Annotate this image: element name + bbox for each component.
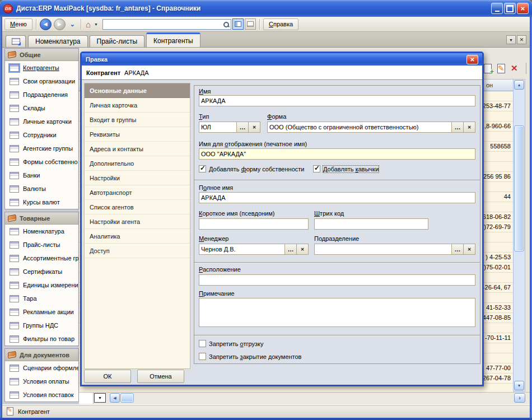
sidebar-item[interactable]: Свои организации bbox=[5, 74, 78, 88]
help-button[interactable]: Справка bbox=[263, 18, 298, 30]
sidebar-item[interactable]: Агентские группы bbox=[5, 142, 78, 155]
short-name-field[interactable] bbox=[199, 218, 309, 230]
vertical-scrollbar[interactable]: ▲ ▼ bbox=[513, 79, 525, 391]
dialog-nav-item[interactable]: Настройки агента bbox=[85, 214, 190, 229]
sidebar-section-header[interactable]: Товарные bbox=[5, 212, 78, 225]
home-dropdown-icon[interactable]: ▼ bbox=[94, 22, 98, 26]
dialog-nav-item[interactable]: Список агентов bbox=[85, 200, 190, 214]
table-icon bbox=[10, 91, 19, 99]
sidebar-item[interactable]: Курсы валют bbox=[5, 195, 78, 209]
sidebar-section-header[interactable]: Для документов bbox=[5, 349, 78, 361]
forward-button[interactable]: ▶ bbox=[54, 18, 66, 30]
dialog-nav-item[interactable]: Настройки bbox=[85, 171, 190, 185]
manager-field[interactable] bbox=[199, 244, 285, 255]
sidebar-item[interactable]: Группы НДС bbox=[5, 319, 78, 332]
checkbox-add-quotes[interactable]: Добавлять кавычки bbox=[313, 165, 379, 173]
dialog-nav-item[interactable]: Основные данные bbox=[85, 83, 190, 98]
tab-2[interactable]: Прайс-листы bbox=[90, 35, 145, 47]
scroll-up-icon[interactable]: ▲ bbox=[514, 80, 524, 90]
footer-dropdown-icon[interactable]: ▼ bbox=[94, 393, 106, 403]
sidebar-item[interactable]: Валюты bbox=[5, 182, 78, 195]
dialog-nav-item[interactable]: Адреса и контакты bbox=[85, 142, 190, 156]
tab-list-dropdown-icon[interactable]: ▼ bbox=[506, 35, 516, 44]
tab-3[interactable]: Контрагенты bbox=[146, 32, 200, 47]
sidebar-item[interactable]: Сценарии оформле bbox=[5, 361, 78, 375]
manager-clear-button[interactable]: ✕ bbox=[297, 244, 309, 255]
sidebar-item[interactable]: Подразделения bbox=[5, 88, 78, 101]
manager-lookup-button[interactable]: … bbox=[285, 244, 297, 255]
tab-1[interactable]: Номенклатура bbox=[28, 35, 88, 47]
delete-record-icon[interactable]: ✕ bbox=[511, 63, 518, 73]
sidebar-item[interactable]: Номенклатура bbox=[5, 225, 78, 238]
minimize-button[interactable] bbox=[491, 3, 503, 14]
bottom-strip: ▼ ◀ › bbox=[79, 392, 530, 403]
add-record-icon[interactable]: + bbox=[484, 64, 492, 73]
horizontal-scrollbar-thumb[interactable] bbox=[120, 393, 134, 403]
type-clear-button[interactable]: ✕ bbox=[249, 122, 260, 133]
form-field[interactable] bbox=[267, 122, 452, 133]
full-name-field[interactable] bbox=[199, 192, 475, 203]
view-simple-button[interactable] bbox=[245, 18, 256, 30]
ok-button[interactable]: ОК bbox=[84, 370, 131, 383]
dialog-nav-item[interactable]: Реквизиты bbox=[85, 127, 190, 142]
department-clear-button[interactable]: ✕ bbox=[464, 244, 475, 255]
search-icon[interactable] bbox=[223, 21, 230, 28]
sidebar-item[interactable]: Рекламные акции bbox=[5, 305, 78, 319]
dialog-nav-item[interactable]: Доступ bbox=[85, 244, 190, 258]
maximize-button[interactable] bbox=[504, 3, 516, 14]
checkbox-add-ownership[interactable]: Добавлять форму собственности bbox=[199, 165, 304, 173]
sidebar-item[interactable]: Фильтры по товар bbox=[5, 332, 78, 346]
menu-button[interactable]: Меню bbox=[4, 18, 32, 30]
window-titlebar: DS Диста:ERP MaxiPack [sysdba: fr_antare… bbox=[0, 0, 532, 17]
back-button[interactable]: ◀ bbox=[40, 18, 52, 30]
sidebar-item[interactable]: Условия поставок bbox=[5, 388, 78, 402]
barcode-field[interactable] bbox=[314, 218, 428, 230]
dialog-nav-item[interactable]: Дополнительно bbox=[85, 156, 190, 171]
scroll-left-icon[interactable]: ◀ bbox=[110, 393, 120, 403]
view-details-button[interactable] bbox=[232, 18, 244, 30]
sidebar-item[interactable]: Прайс-листы bbox=[5, 238, 78, 251]
sidebar-item[interactable]: Формы собственно bbox=[5, 155, 78, 169]
sidebar-item[interactable]: Условия оплаты bbox=[5, 375, 78, 388]
dialog-nav-item[interactable]: Входит в группы bbox=[85, 113, 190, 127]
department-field[interactable] bbox=[314, 244, 452, 255]
location-field[interactable] bbox=[199, 274, 475, 286]
scroll-right-icon[interactable]: › bbox=[514, 393, 525, 403]
display-name-field[interactable] bbox=[199, 148, 475, 160]
dialog-nav-item[interactable]: Личная карточка bbox=[85, 98, 190, 113]
dialog-nav-item[interactable]: Аналитика bbox=[85, 229, 190, 244]
vertical-scrollbar-thumb[interactable] bbox=[514, 125, 524, 251]
tab-home[interactable] bbox=[6, 35, 26, 47]
dialog-nav-item[interactable]: Автотранспорт bbox=[85, 185, 190, 200]
note-field[interactable] bbox=[199, 298, 475, 327]
sidebar-item[interactable]: Склады bbox=[5, 101, 78, 115]
form-clear-button[interactable]: ✕ bbox=[464, 122, 475, 133]
department-lookup-button[interactable]: … bbox=[452, 244, 464, 255]
checkbox-block-shipment[interactable]: Запретить отгрузку bbox=[199, 339, 264, 348]
sidebar-item[interactable]: Тара bbox=[5, 292, 78, 305]
edit-record-icon[interactable]: ✎ bbox=[497, 64, 505, 73]
sidebar-item[interactable]: Личные карточки bbox=[5, 115, 78, 128]
type-field[interactable] bbox=[199, 122, 237, 133]
type-lookup-button[interactable]: … bbox=[237, 122, 249, 133]
sidebar-section-header[interactable]: Общие bbox=[5, 49, 78, 61]
form-lookup-button[interactable]: … bbox=[452, 122, 464, 133]
checkbox-block-closing[interactable]: Запретить закрытие документов bbox=[199, 352, 301, 361]
menu-button-label: Меню bbox=[10, 21, 27, 27]
sidebar-item[interactable]: Сертификаты bbox=[5, 265, 78, 278]
sidebar-item[interactable]: Единицы измерени bbox=[5, 278, 78, 292]
dialog-close-button[interactable]: ✕ bbox=[466, 55, 478, 64]
history-chevron-icon[interactable]: ⌄ bbox=[70, 21, 75, 28]
sidebar-item[interactable]: Контрагенты bbox=[5, 61, 78, 74]
name-field[interactable] bbox=[199, 95, 475, 106]
sidebar-item[interactable]: Сотрудники bbox=[5, 128, 78, 142]
scroll-down-icon[interactable]: ▼ bbox=[514, 381, 524, 390]
sidebar-item[interactable]: Ассортиментные гр bbox=[5, 251, 78, 265]
home-icon[interactable]: ⌂ bbox=[86, 20, 91, 29]
cancel-button[interactable]: Отмена bbox=[137, 370, 184, 383]
search-input[interactable] bbox=[102, 19, 231, 30]
sidebar-item[interactable]: Банки bbox=[5, 169, 78, 182]
toolbar-separator bbox=[36, 19, 36, 30]
tab-close-icon[interactable]: ✕ bbox=[517, 35, 526, 44]
close-button[interactable]: ✕ bbox=[517, 3, 529, 14]
